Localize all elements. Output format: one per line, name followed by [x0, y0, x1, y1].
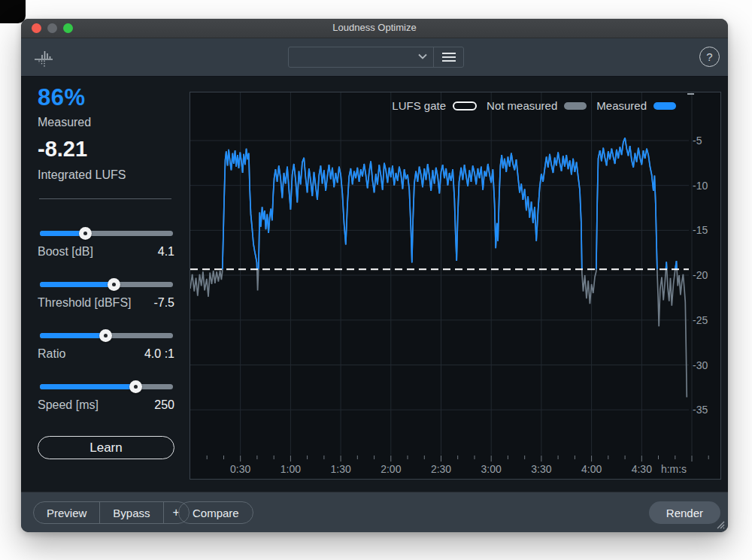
svg-text:1:30: 1:30 — [330, 463, 350, 475]
measured-swatch — [653, 102, 676, 110]
svg-text:-15: -15 — [693, 224, 708, 236]
preset-controls — [288, 47, 464, 68]
legend-lufs-gate: LUFS gate — [392, 99, 477, 112]
resize-grip[interactable] — [714, 518, 726, 530]
help-button[interactable]: ? — [699, 47, 720, 67]
speed-value: 250 — [154, 398, 174, 412]
threshold-slider-thumb[interactable] — [108, 278, 120, 291]
legend-not-measured: Not measured — [487, 99, 587, 112]
svg-text:0:30: 0:30 — [230, 463, 250, 475]
ratio-label: Ratio — [38, 347, 65, 361]
threshold-slider-group: Threshold [dBFS] -7.5 — [38, 275, 174, 319]
svg-text:-25: -25 — [693, 314, 708, 326]
boost-slider-group: Boost [dB] 4.1 — [38, 224, 174, 268]
ratio-slider-thumb[interactable] — [99, 329, 112, 342]
not-measured-swatch — [564, 102, 587, 110]
svg-text:3:30: 3:30 — [531, 463, 551, 475]
izotope-logo-icon — [32, 46, 56, 70]
boost-label: Boost [dB] — [38, 245, 93, 259]
ratio-slider-group: Ratio 4.0 :1 — [38, 326, 174, 370]
svg-text:-5: -5 — [693, 135, 702, 147]
boost-slider-thumb[interactable] — [79, 227, 92, 240]
svg-text:h:m:s: h:m:s — [661, 463, 687, 475]
panel-divider — [39, 198, 171, 199]
boost-value: 4.1 — [158, 245, 174, 259]
speed-slider-fill — [40, 384, 136, 389]
chart-legend: LUFS gate Not measured Measured — [392, 99, 676, 112]
svg-text:4:00: 4:00 — [581, 463, 602, 475]
svg-text:2:00: 2:00 — [381, 463, 401, 475]
title-bar[interactable]: Loudness Optimize — [21, 19, 728, 38]
hamburger-icon — [441, 52, 456, 62]
measured-percent: 86% — [38, 84, 86, 111]
threshold-slider[interactable] — [40, 282, 173, 287]
integrated-lufs-label: Integrated LUFS — [38, 168, 126, 182]
loudness-optimize-window: Loudness Optimize — [21, 19, 728, 532]
learn-button[interactable]: Learn — [38, 436, 174, 459]
render-button[interactable]: Render — [649, 501, 720, 524]
preset-menu-button[interactable] — [434, 47, 463, 67]
lufs-gate-swatch — [453, 101, 477, 110]
svg-text:-30: -30 — [693, 359, 708, 371]
integrated-lufs-value: -8.21 — [38, 137, 87, 162]
svg-text:-20: -20 — [693, 269, 708, 281]
speed-slider-group: Speed [ms] 250 — [38, 377, 174, 421]
svg-text:4:30: 4:30 — [632, 463, 652, 475]
ratio-value: 4.0 :1 — [144, 347, 174, 361]
window-title: Loudness Optimize — [21, 22, 728, 33]
measured-percent-label: Measured — [38, 116, 91, 129]
chevron-down-icon — [418, 53, 427, 59]
background-window-corner — [0, 0, 26, 23]
loudness-plot[interactable]: -5-10-15-20-25-30-350:301:001:302:002:30… — [190, 92, 720, 479]
svg-text:-10: -10 — [693, 180, 708, 192]
svg-text:3:00: 3:00 — [481, 463, 502, 475]
speed-slider[interactable] — [40, 384, 173, 389]
boost-slider[interactable] — [40, 231, 173, 236]
speed-slider-thumb[interactable] — [129, 380, 142, 393]
ratio-slider-fill — [40, 333, 106, 338]
svg-text:-35: -35 — [693, 404, 708, 416]
main-content: 86% Measured -8.21 Integrated LUFS Boost… — [21, 77, 728, 492]
bottom-bar: Preview Bypass + Compare Render — [21, 492, 728, 532]
preview-button[interactable]: Preview — [34, 502, 99, 523]
bypass-button[interactable]: Bypass — [99, 502, 162, 523]
help-icon: ? — [706, 50, 712, 63]
loudness-chart: LUFS gate Not measured Measured -5-10-15… — [190, 92, 721, 480]
compare-button[interactable]: Compare — [178, 501, 253, 524]
preset-dropdown[interactable] — [289, 47, 434, 67]
threshold-slider-fill — [40, 282, 114, 287]
preview-bypass-group: Preview Bypass + — [33, 501, 190, 524]
svg-text:2:30: 2:30 — [431, 463, 451, 475]
toolbar: ? — [21, 38, 728, 77]
threshold-value: -7.5 — [153, 296, 174, 310]
threshold-label: Threshold [dBFS] — [38, 296, 132, 310]
svg-text:1:00: 1:00 — [280, 463, 301, 475]
ratio-slider[interactable] — [40, 333, 173, 338]
speed-label: Speed [ms] — [38, 398, 99, 412]
legend-measured: Measured — [596, 99, 676, 112]
